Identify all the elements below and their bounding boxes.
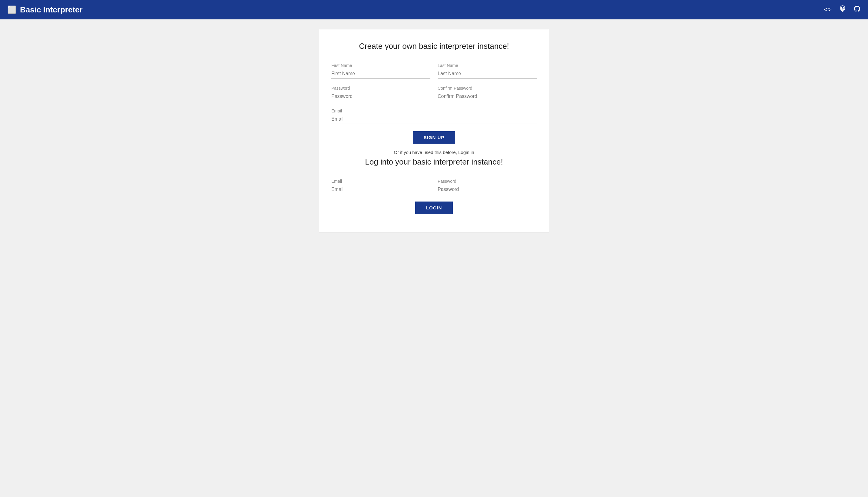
signup-title: Create your own basic interpreter instan…: [331, 42, 537, 51]
signup-email-input[interactable]: [331, 115, 537, 124]
first-name-group: First Name: [331, 63, 430, 79]
confirm-password-input[interactable]: [438, 92, 537, 101]
login-btn-container: LOGIN: [331, 201, 537, 214]
signup-section: Create your own basic interpreter instan…: [331, 42, 537, 155]
signup-password-input[interactable]: [331, 92, 430, 101]
login-title: Log into your basic interpreter instance…: [331, 157, 537, 167]
login-fields-row: Email Password: [331, 179, 537, 194]
signup-password-group: Password: [331, 86, 430, 101]
main-content: Create your own basic interpreter instan…: [0, 19, 868, 242]
navbar-right: <>: [824, 5, 861, 14]
monitor-icon: ⬜: [7, 5, 16, 14]
password-row: Password Confirm Password: [331, 86, 537, 101]
signup-button[interactable]: SIGN UP: [413, 131, 456, 144]
signup-btn-container: SIGN UP: [331, 131, 537, 144]
signup-email-label: Email: [331, 109, 537, 113]
signup-email-group: Email: [331, 109, 537, 124]
github-icon[interactable]: [853, 5, 861, 14]
code-icon[interactable]: <>: [824, 6, 832, 14]
login-email-label: Email: [331, 179, 430, 184]
login-password-input[interactable]: [438, 185, 537, 194]
login-email-input[interactable]: [331, 185, 430, 194]
navbar-left: ⬜ Basic Interpreter: [7, 5, 83, 15]
last-name-input[interactable]: [438, 69, 537, 79]
login-password-label: Password: [438, 179, 537, 184]
confirm-password-label: Confirm Password: [438, 86, 537, 90]
card: Create your own basic interpreter instan…: [319, 29, 549, 232]
first-name-input[interactable]: [331, 69, 430, 79]
app-title: Basic Interpreter: [20, 5, 83, 15]
signup-password-label: Password: [331, 86, 430, 90]
login-section: Log into your basic interpreter instance…: [331, 157, 537, 214]
login-password-group: Password: [438, 179, 537, 194]
name-row: First Name Last Name: [331, 63, 537, 79]
last-name-group: Last Name: [438, 63, 537, 79]
last-name-label: Last Name: [438, 63, 537, 68]
confirm-password-group: Confirm Password: [438, 86, 537, 101]
first-name-label: First Name: [331, 63, 430, 68]
or-text: Or if you have used this before, Login i…: [331, 150, 537, 155]
login-button[interactable]: LOGIN: [415, 201, 453, 214]
navbar: ⬜ Basic Interpreter <>: [0, 0, 868, 19]
login-email-group: Email: [331, 179, 430, 194]
fingerprint-icon[interactable]: [839, 5, 846, 14]
